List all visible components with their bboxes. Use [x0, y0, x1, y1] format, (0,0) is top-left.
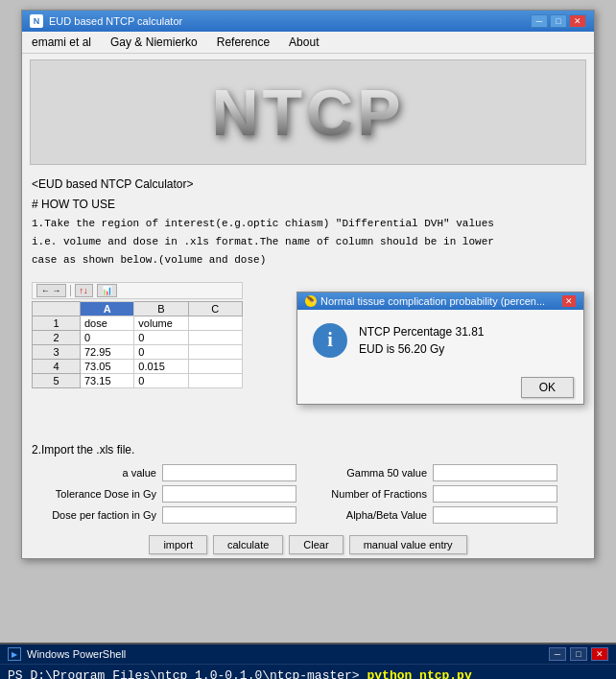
col-a-header[interactable]: A: [81, 301, 134, 316]
dialog-title: Normal tissue complication probability (…: [320, 295, 545, 307]
toolbar-divider: [70, 285, 71, 296]
ps-minimize-button[interactable]: ─: [549, 647, 566, 661]
row-1-header: 1: [33, 316, 81, 330]
cell-3c: [188, 344, 242, 359]
action-row: import calculate Clear manual value entr…: [22, 531, 594, 558]
table-row: 2 0 0: [33, 330, 243, 344]
col-row-header: [33, 301, 81, 316]
dialog-close-button[interactable]: ✕: [562, 295, 576, 307]
form-row-1: a value Gamma 50 value: [32, 464, 584, 481]
header-dose[interactable]: dose: [81, 316, 134, 330]
dialog-content: i NTCP Percentage 31.81 EUD is 56.20 Gy: [297, 310, 583, 371]
row-5-header: 5: [33, 373, 81, 387]
eud-value: EUD is 56.20 Gy: [359, 340, 485, 358]
cell-4a[interactable]: 73.05: [81, 359, 134, 373]
menu-about[interactable]: About: [285, 35, 322, 50]
instruction-line2: # HOW TO USE: [32, 197, 584, 213]
ntcp-percentage: NTCP Percentage 31.81: [359, 323, 485, 340]
close-button[interactable]: ✕: [569, 14, 586, 28]
ps-command: python ntcp.py: [360, 668, 472, 679]
dialog-title-left: 🪶 Normal tissue complication probability…: [305, 295, 545, 307]
label-a-value: a value: [32, 467, 156, 479]
app-icon: N: [30, 14, 43, 28]
ps-content: PS D:\Program Files\ntcp_1.0-0.1.0\ntcp-…: [0, 665, 616, 679]
window-title: EUD based NTCP calculator: [49, 15, 182, 27]
instruction-line3: 1.Take the region of interest(e.g.optic …: [32, 217, 584, 231]
instructions: <EUD based NTCP Calculator> # HOW TO USE…: [22, 171, 594, 278]
toolbar-chart-btn[interactable]: 📊: [97, 284, 117, 297]
title-bar: N EUD based NTCP calculator ─ □ ✕: [22, 11, 594, 32]
form-section: a value Gamma 50 value Tolerance Dose in…: [22, 460, 594, 531]
menu-bar: emami et al Gay & Niemierko Reference Ab…: [22, 32, 594, 54]
input-tol-dose[interactable]: [162, 485, 296, 503]
input-a-value[interactable]: [162, 464, 296, 481]
ps-prompt: PS D:\Program Files\ntcp_1.0-0.1.0\ntcp-…: [8, 668, 360, 679]
ps-title-bar: ▶ Windows PowerShell ─ □ ✕: [0, 644, 616, 665]
cell-4b[interactable]: 0.015: [134, 359, 188, 373]
title-bar-controls: ─ □ ✕: [531, 14, 586, 28]
ps-title: Windows PowerShell: [27, 648, 126, 660]
cell-2b[interactable]: 0: [134, 330, 188, 344]
instruction-line4: i.e. volume and dose in .xls format.The …: [32, 235, 584, 249]
row-4-header: 4: [33, 359, 81, 373]
dialog-title-bar: 🪶 Normal tissue complication probability…: [297, 293, 583, 310]
label-num-fractions: Number of Fractions: [302, 488, 427, 500]
col-c-header[interactable]: C: [188, 301, 242, 316]
ps-title-left: ▶ Windows PowerShell: [8, 647, 126, 661]
label-dose-per-faction: Dose per faction in Gy: [32, 509, 156, 521]
menu-gay[interactable]: Gay & Niemierko: [107, 35, 201, 50]
title-bar-left: N EUD based NTCP calculator: [30, 14, 182, 28]
manual-entry-button[interactable]: manual value entry: [349, 535, 467, 554]
logo-area: NTCP: [30, 59, 586, 165]
table-dialog-area: ← → ↑↓ 📊 A B C 1 dose vol: [32, 282, 584, 435]
desktop: N EUD based NTCP calculator ─ □ ✕ emami …: [0, 10, 616, 679]
form-row-3: Dose per faction in Gy Alpha/Beta Value: [32, 506, 584, 524]
ps-close-button[interactable]: ✕: [591, 647, 608, 661]
main-window: N EUD based NTCP calculator ─ □ ✕ emami …: [21, 10, 595, 559]
table-row: 3 72.95 0: [33, 344, 243, 359]
menu-reference[interactable]: Reference: [213, 35, 273, 50]
menu-emami[interactable]: emami et al: [28, 35, 95, 50]
cell-3b[interactable]: 0: [134, 344, 188, 359]
spreadsheet: A B C 1 dose volume 2 0 0: [32, 301, 243, 388]
input-gamma50[interactable]: [433, 464, 557, 481]
ps-app-icon: ▶: [8, 647, 21, 661]
import-instruction: 2.Import the .xls file.: [22, 439, 594, 460]
cell-4c: [188, 359, 242, 373]
input-dose-per-faction[interactable]: [162, 506, 296, 524]
cell-2c: [188, 330, 242, 344]
toolbar-nav-btn[interactable]: ← →: [36, 284, 66, 297]
minimize-button[interactable]: ─: [531, 14, 548, 28]
ntcp-logo: NTCP: [211, 75, 404, 150]
cell-3a[interactable]: 72.95: [81, 344, 134, 359]
clear-button[interactable]: Clear: [289, 535, 343, 554]
ok-button[interactable]: OK: [521, 377, 574, 398]
input-num-fractions[interactable]: [433, 485, 557, 503]
ps-maximize-button[interactable]: □: [570, 647, 587, 661]
dialog-footer: OK: [297, 371, 583, 404]
table-row: 5 73.15 0: [33, 373, 243, 387]
import-button[interactable]: import: [149, 535, 207, 554]
header-volume[interactable]: volume: [134, 316, 188, 330]
calculate-button[interactable]: calculate: [213, 535, 283, 554]
header-c: [188, 316, 242, 330]
maximize-button[interactable]: □: [550, 14, 567, 28]
cell-5b[interactable]: 0: [134, 373, 188, 387]
dialog-app-icon: 🪶: [305, 295, 317, 307]
toolbar-sort-btn[interactable]: ↑↓: [75, 284, 93, 297]
label-gamma50: Gamma 50 value: [302, 467, 427, 479]
col-b-header[interactable]: B: [134, 301, 188, 316]
label-tol-dose: Tolerance Dose in Gy: [32, 488, 156, 500]
ps-controls: ─ □ ✕: [549, 647, 608, 661]
instruction-line1: <EUD based NTCP Calculator>: [32, 176, 584, 193]
cell-2a[interactable]: 0: [81, 330, 134, 344]
cell-5a[interactable]: 73.15: [81, 373, 134, 387]
dialog-text-block: NTCP Percentage 31.81 EUD is 56.20 Gy: [359, 323, 485, 358]
row-3-header: 3: [33, 344, 81, 359]
input-alpha-beta[interactable]: [433, 506, 557, 524]
cell-5c: [188, 373, 242, 387]
label-alpha-beta: Alpha/Beta Value: [302, 509, 427, 521]
info-icon: i: [313, 323, 347, 358]
spreadsheet-toolbar: ← → ↑↓ 📊: [32, 282, 243, 299]
result-dialog: 🪶 Normal tissue complication probability…: [296, 292, 584, 405]
